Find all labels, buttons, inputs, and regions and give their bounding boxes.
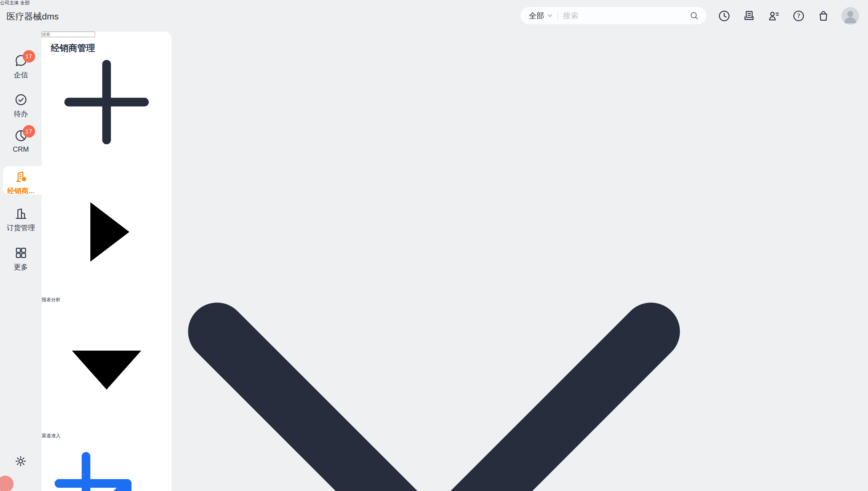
search-scope-select[interactable]: 全部 — [529, 11, 544, 21]
sidebar-group-channel-access[interactable]: 渠道准入 — [41, 303, 171, 439]
crm-badge: 17 — [23, 125, 35, 138]
sidebar-search-input[interactable] — [41, 32, 95, 37]
add-button[interactable] — [41, 37, 171, 167]
order-building-icon — [14, 206, 28, 221]
rail-item-qixin[interactable]: 17 企信 — [0, 54, 41, 80]
sidebar-panel: 经销商管理 报表分析 渠道准入 产品型号 — [41, 32, 171, 491]
help-icon[interactable]: ? — [792, 9, 805, 23]
bag-icon[interactable] — [817, 9, 830, 23]
sidebar-title: 经销商管理 — [51, 42, 95, 54]
chevron-right-toggle-icon[interactable] — [41, 167, 171, 297]
rail-item-more[interactable]: 更多 — [0, 246, 41, 272]
topbar-icons: ? — [718, 0, 859, 32]
sidebar-group-report[interactable]: 报表分析 — [41, 167, 171, 303]
rail-item-distributor[interactable]: 经销商... — [0, 170, 41, 196]
rail-item-todo[interactable]: 待办 — [0, 93, 41, 119]
product-model-icon — [41, 439, 171, 491]
contacts-icon[interactable] — [767, 9, 781, 23]
left-rail: 17 企信 待办 17 CRM 经销商... — [0, 32, 41, 491]
notification-dot — [0, 475, 13, 491]
crm-pie-icon: 17 — [14, 129, 28, 143]
view-scope-select[interactable]: 全部 — [20, 0, 30, 5]
chevron-down-toggle-icon[interactable] — [41, 303, 171, 433]
sidebar-search[interactable] — [41, 32, 171, 37]
global-search[interactable]: 全部 — [521, 7, 706, 24]
app-window: 医疗器械dms 全部 ? 17 企信 待办 — [0, 0, 868, 491]
sidebar-menu: 报表分析 渠道准入 产品型号 产品注册证 — [41, 167, 171, 491]
more-grid-icon — [14, 246, 28, 260]
page-title: 公司主体 — [0, 0, 19, 5]
avatar[interactable] — [841, 7, 859, 25]
chat-icon: 17 — [14, 54, 28, 68]
avatar-person-icon — [841, 7, 859, 25]
chevron-down-icon — [547, 12, 554, 19]
rail-item-crm[interactable]: 17 CRM — [0, 129, 41, 153]
settings-gear-icon[interactable] — [14, 455, 27, 468]
search-divider — [558, 11, 558, 20]
distributor-building-icon — [14, 170, 28, 184]
qixin-badge: 17 — [23, 50, 35, 63]
rail-item-order[interactable]: 订货管理 — [0, 206, 41, 233]
sidebar-item-product-model[interactable]: 产品型号 — [41, 439, 171, 491]
chat-record-icon[interactable] — [742, 9, 756, 23]
search-icon[interactable] — [689, 10, 699, 21]
clock-icon[interactable] — [718, 9, 731, 23]
global-search-input[interactable] — [563, 11, 689, 20]
app-title: 医疗器械dms — [6, 11, 59, 23]
svg-text:?: ? — [797, 12, 801, 20]
todo-check-icon — [14, 93, 28, 107]
plus-icon — [41, 37, 171, 167]
